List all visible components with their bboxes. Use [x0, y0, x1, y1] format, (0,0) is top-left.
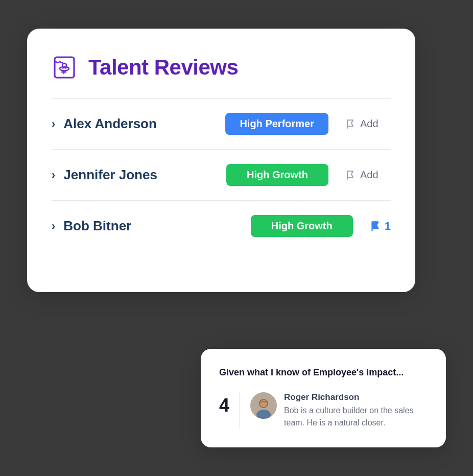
employee-list: ›Alex AndersonHigh Performer Add ›Jennif…: [52, 99, 391, 251]
add-label: Add: [360, 118, 379, 130]
flag-add-button[interactable]: Add: [345, 118, 391, 130]
main-card: Talent Reviews ›Alex AndersonHigh Perfor…: [27, 29, 415, 292]
svg-point-5: [260, 400, 267, 407]
employee-row: ›Bob BitnerHigh Growth 1: [52, 201, 391, 251]
avatar: [250, 392, 277, 419]
employee-name: Jennifer Jones: [63, 167, 226, 183]
employee-row: ›Alex AndersonHigh Performer Add: [52, 99, 391, 149]
popup-score-divider: [240, 392, 240, 429]
chevron-icon[interactable]: ›: [52, 169, 55, 182]
employee-badge[interactable]: High Growth: [226, 164, 328, 186]
popup-card: Given what I know of Employee's impact..…: [201, 349, 446, 447]
employee-name: Bob Bitner: [63, 218, 250, 234]
add-label: Add: [360, 169, 379, 181]
flag-count: 1: [385, 220, 391, 233]
popup-score: 4: [219, 392, 229, 415]
reviewer-info: Roger Richardson Bob is a culture builde…: [284, 392, 428, 429]
flag-add-button[interactable]: Add: [345, 169, 391, 181]
employee-name: Alex Anderson: [63, 116, 225, 132]
popup-reviewer: Roger Richardson Bob is a culture builde…: [250, 392, 428, 429]
header: Talent Reviews: [52, 53, 391, 82]
flag-icon: [345, 170, 356, 181]
reviewer-comment: Bob is a culture builder on the sales te…: [284, 404, 428, 429]
talent-reviews-icon: [52, 53, 80, 82]
flag-filled-button[interactable]: 1: [369, 220, 391, 233]
employee-badge[interactable]: High Growth: [251, 215, 353, 237]
chevron-icon[interactable]: ›: [52, 220, 55, 233]
chevron-icon[interactable]: ›: [52, 117, 55, 131]
svg-point-1: [62, 63, 66, 67]
flag-icon: [345, 118, 356, 130]
page-title: Talent Reviews: [88, 55, 238, 80]
reviewer-name: Roger Richardson: [284, 392, 428, 402]
flag-filled-icon: [369, 220, 382, 232]
popup-question: Given what I know of Employee's impact..…: [219, 367, 428, 378]
employee-row: ›Jennifer JonesHigh Growth Add: [52, 150, 391, 200]
popup-content: 4 Roger Richardson Bob is a culture buil…: [219, 392, 428, 429]
employee-badge[interactable]: High Performer: [225, 113, 328, 135]
